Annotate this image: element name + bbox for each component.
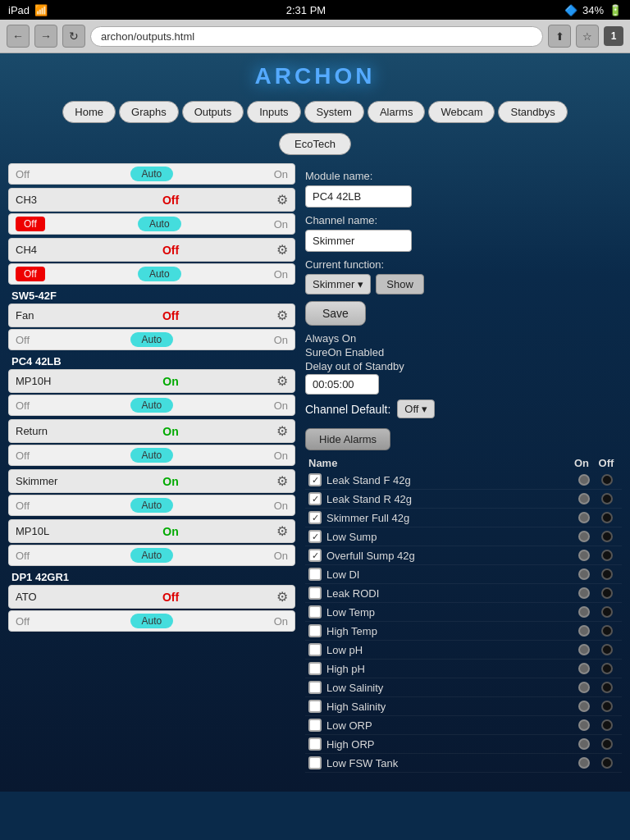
- alarm-on-radio[interactable]: [578, 663, 590, 674]
- module-name-input[interactable]: [305, 185, 412, 208]
- alarm-checkbox[interactable]: [308, 511, 322, 524]
- nav-outputs[interactable]: Outputs: [182, 101, 244, 123]
- alarms-list: Leak Stand F 42gLeak Stand R 42gSkimmer …: [305, 471, 622, 773]
- alarm-checkbox[interactable]: [308, 700, 322, 713]
- mp10l-auto-btn[interactable]: Auto: [130, 548, 174, 563]
- nav-alarms[interactable]: Alarms: [368, 101, 425, 123]
- alarm-on-radio[interactable]: [578, 644, 590, 655]
- alarm-off-radio[interactable]: [601, 531, 613, 542]
- alarm-off-radio[interactable]: [601, 606, 613, 618]
- function-select[interactable]: Skimmer ▾: [305, 274, 371, 294]
- share-button[interactable]: ⬆: [548, 25, 571, 48]
- alarm-off-radio[interactable]: [601, 568, 613, 580]
- return-gear-icon[interactable]: ⚙: [276, 423, 288, 439]
- alarm-on-radio[interactable]: [578, 474, 590, 486]
- skimmer-gear-icon[interactable]: ⚙: [276, 473, 288, 489]
- alarm-off-radio[interactable]: [601, 682, 613, 693]
- nav-system[interactable]: System: [304, 101, 364, 123]
- ato-gear-icon[interactable]: ⚙: [276, 589, 288, 605]
- ch4-gear-icon[interactable]: ⚙: [276, 242, 288, 258]
- alarm-checkbox[interactable]: [308, 756, 322, 769]
- nav-inputs[interactable]: Inputs: [247, 101, 300, 123]
- return-auto-btn[interactable]: Auto: [130, 448, 174, 463]
- alarm-checkbox[interactable]: [308, 587, 322, 600]
- reload-button[interactable]: ↻: [62, 25, 85, 48]
- module-name-label: Module name:: [305, 170, 622, 182]
- alarm-off-radio[interactable]: [601, 474, 613, 486]
- alarm-off-radio[interactable]: [601, 757, 613, 769]
- mp10h-auto-btn[interactable]: Auto: [130, 398, 174, 413]
- alarm-on-radio[interactable]: [578, 606, 590, 618]
- alarm-on-radio[interactable]: [578, 493, 590, 504]
- channel-default-select[interactable]: Off ▾: [397, 399, 435, 418]
- fan-auto-btn[interactable]: Auto: [130, 332, 174, 347]
- forward-button[interactable]: →: [34, 25, 57, 48]
- show-button[interactable]: Show: [376, 274, 424, 294]
- alarm-on-radio[interactable]: [578, 512, 590, 523]
- bookmark-button[interactable]: ☆: [576, 25, 599, 48]
- page-background: ARCHON Home Graphs Outputs Inputs System…: [0, 53, 630, 792]
- save-button[interactable]: Save: [305, 301, 366, 326]
- alarm-on-radio[interactable]: [578, 625, 590, 637]
- alarms-on-col-header: On: [569, 457, 594, 469]
- alarm-checkbox[interactable]: [308, 643, 322, 656]
- ctrl-auto-label[interactable]: Auto: [130, 167, 174, 181]
- tab-badge[interactable]: 1: [604, 26, 623, 46]
- ch3-off-btn[interactable]: Off: [16, 217, 45, 231]
- ch3-auto-btn[interactable]: Auto: [138, 217, 181, 231]
- alarm-checkbox[interactable]: [308, 605, 322, 619]
- hide-alarms-button[interactable]: Hide Alarms: [305, 428, 390, 450]
- alarm-off-radio[interactable]: [601, 493, 613, 504]
- alarm-off-radio[interactable]: [601, 512, 613, 523]
- alarm-on-radio[interactable]: [578, 587, 590, 599]
- nav-home[interactable]: Home: [62, 101, 116, 123]
- alarm-checkbox[interactable]: [308, 473, 322, 486]
- alarm-on-radio[interactable]: [578, 719, 590, 731]
- mp10h-gear-icon[interactable]: ⚙: [276, 373, 288, 389]
- alarm-off-radio[interactable]: [601, 738, 613, 750]
- alarm-checkbox[interactable]: [308, 662, 322, 675]
- url-bar[interactable]: [90, 26, 543, 47]
- ato-auto-btn[interactable]: Auto: [130, 614, 174, 628]
- alarm-off-radio[interactable]: [601, 625, 613, 637]
- ecotech-button[interactable]: EcoTech: [279, 133, 351, 155]
- status-right: 🔷 34% 🔋: [564, 4, 622, 16]
- skimmer-auto-btn[interactable]: Auto: [130, 498, 174, 513]
- alarm-checkbox[interactable]: [308, 681, 322, 694]
- back-button[interactable]: ←: [7, 25, 30, 48]
- alarm-row: High ORP: [305, 735, 622, 754]
- alarm-on-radio[interactable]: [578, 682, 590, 693]
- alarm-row: Low Salinity: [305, 678, 622, 697]
- ch4-auto-btn[interactable]: Auto: [138, 267, 181, 281]
- alarm-checkbox[interactable]: [308, 568, 322, 581]
- alarm-on-radio[interactable]: [578, 738, 590, 750]
- mp10l-gear-icon[interactable]: ⚙: [276, 523, 288, 539]
- alarm-row: Low FSW Tank: [305, 754, 622, 773]
- alarm-on-radio[interactable]: [578, 568, 590, 580]
- ch4-off-btn[interactable]: Off: [16, 267, 45, 281]
- alarm-on-radio[interactable]: [578, 701, 590, 712]
- alarm-off-radio[interactable]: [601, 587, 613, 599]
- alarm-checkbox[interactable]: [308, 624, 322, 637]
- fan-row: Fan Off ⚙: [8, 304, 295, 327]
- alarm-off-radio[interactable]: [601, 644, 613, 655]
- alarm-off-radio[interactable]: [601, 550, 613, 561]
- alarm-off-radio[interactable]: [601, 663, 613, 674]
- alarm-on-radio[interactable]: [578, 757, 590, 769]
- alarm-checkbox[interactable]: [308, 737, 322, 751]
- alarm-on-radio[interactable]: [578, 550, 590, 561]
- alarm-checkbox[interactable]: [308, 549, 322, 562]
- alarm-off-radio[interactable]: [601, 719, 613, 731]
- nav-graphs[interactable]: Graphs: [119, 101, 179, 123]
- nav-webcam[interactable]: Webcam: [428, 101, 495, 123]
- delay-time-input[interactable]: [305, 374, 379, 395]
- channel-name-input[interactable]: [305, 230, 412, 252]
- alarm-on-radio[interactable]: [578, 531, 590, 542]
- alarm-checkbox[interactable]: [308, 719, 322, 732]
- nav-standbys[interactable]: Standbys: [498, 101, 567, 123]
- alarm-off-radio[interactable]: [601, 701, 613, 712]
- alarm-checkbox[interactable]: [308, 492, 322, 505]
- fan-gear-icon[interactable]: ⚙: [276, 308, 288, 323]
- alarm-checkbox[interactable]: [308, 530, 322, 543]
- ch3-gear-icon[interactable]: ⚙: [276, 192, 288, 208]
